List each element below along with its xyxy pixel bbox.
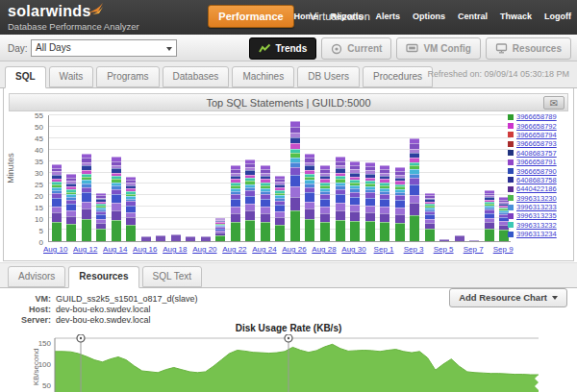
sql-bar[interactable]: [126, 177, 136, 241]
sql-bar[interactable]: [455, 235, 464, 241]
tab-procedures[interactable]: Procedures: [363, 66, 433, 87]
sql-bar[interactable]: [141, 236, 151, 241]
detail-tab-advisors[interactable]: Advisors: [8, 266, 65, 287]
bar-segment: [261, 199, 270, 207]
detail-tab-resources[interactable]: Resources: [68, 266, 138, 288]
bar-segment: [290, 186, 300, 196]
bar-segment: [350, 211, 360, 221]
bar-segment: [290, 197, 300, 211]
trend-line-icon: [259, 43, 271, 54]
bar-segment: [245, 204, 255, 210]
bar-segment: [215, 235, 225, 241]
nav-link-alerts[interactable]: Alerts: [375, 12, 400, 21]
gridline: [49, 137, 511, 138]
sql-bar[interactable]: [245, 159, 255, 241]
sql-bar[interactable]: [82, 154, 91, 241]
y-axis-tick: 40: [14, 146, 43, 155]
legend-item[interactable]: 3966658790: [508, 166, 567, 175]
legend-swatch: [508, 159, 514, 165]
sql-bar[interactable]: [275, 176, 285, 241]
nav-link-central[interactable]: Central: [458, 12, 488, 21]
bar-segment: [156, 235, 165, 241]
y-axis-tick: 10: [14, 215, 43, 224]
legend-item[interactable]: 6408683757: [508, 149, 567, 158]
tab-databases[interactable]: Databases: [163, 66, 230, 87]
bar-segment: [82, 192, 91, 201]
nav-link-logoff[interactable]: Logoff: [544, 12, 571, 21]
sql-bar[interactable]: [66, 174, 76, 241]
tab-machines[interactable]: Machines: [232, 66, 294, 87]
day-select-value: All Days: [36, 42, 71, 53]
legend-item[interactable]: 3966658793: [508, 139, 567, 148]
legend-item[interactable]: 3996313234: [508, 230, 567, 238]
sql-bar[interactable]: [320, 165, 330, 241]
view-button-vm-config[interactable]: VM Config: [396, 37, 480, 60]
sql-bar[interactable]: [469, 240, 479, 241]
tab-sql[interactable]: SQL: [5, 66, 46, 88]
sql-bar[interactable]: [365, 162, 375, 241]
y-axis-tick: 15: [14, 204, 43, 212]
legend-item[interactable]: 3996313232: [508, 221, 567, 230]
nav-link-home[interactable]: Home: [293, 12, 317, 21]
sql-bar[interactable]: [215, 218, 225, 241]
bar-segment: [350, 205, 360, 211]
day-select[interactable]: All Days: [31, 39, 177, 57]
sql-bar[interactable]: [439, 239, 449, 241]
sql-bar[interactable]: [395, 167, 405, 241]
tab-waits[interactable]: Waits: [49, 66, 94, 87]
bar-segment: [395, 223, 405, 241]
nav-link-thwack[interactable]: Thwack: [500, 12, 532, 21]
bar-segment: [305, 202, 314, 209]
sql-bar[interactable]: [231, 165, 240, 241]
info-value: dev-bou-eko.swdev.local: [56, 305, 150, 314]
sql-bar[interactable]: [350, 161, 360, 241]
legend-item[interactable]: 3966658794: [508, 131, 567, 139]
view-button-label: Current: [347, 43, 382, 54]
disk-y-axis-label: KB/second: [32, 349, 40, 386]
performance-button[interactable]: Performance: [208, 5, 294, 28]
sql-bar[interactable]: [52, 164, 62, 241]
sql-bar[interactable]: [112, 157, 121, 241]
legend-item[interactable]: 3996313235: [508, 211, 567, 220]
sql-bar[interactable]: [201, 236, 211, 241]
legend-item[interactable]: 3966658789: [508, 112, 567, 121]
sql-bar[interactable]: [186, 236, 195, 241]
legend-item[interactable]: 3966658791: [508, 158, 567, 166]
add-resource-chart-button[interactable]: Add Resource Chart: [449, 288, 567, 307]
disk-usage-chart[interactable]: 15010050KB/second: [0, 334, 577, 392]
x-axis-date-link[interactable]: Sep 9: [482, 245, 524, 254]
sql-bar[interactable]: [261, 165, 270, 241]
detail-tab-sql-text[interactable]: SQL Text: [142, 266, 203, 287]
legend-item[interactable]: 3996313230: [508, 194, 567, 203]
gridline: [49, 149, 511, 150]
sql-bar[interactable]: [380, 165, 389, 241]
bar-segment: [52, 198, 62, 206]
email-icon[interactable]: ✉: [543, 96, 564, 110]
sql-bar[interactable]: [485, 190, 494, 241]
sql-bar[interactable]: [410, 138, 419, 241]
sql-bar[interactable]: [171, 234, 181, 241]
sql-bar[interactable]: [305, 154, 314, 241]
nav-link-reports[interactable]: Reports: [330, 12, 363, 21]
bar-segment: [320, 213, 330, 222]
nav-link-options[interactable]: Options: [413, 12, 445, 21]
tab-db-users[interactable]: DB Users: [297, 66, 360, 87]
legend-item[interactable]: 3966658792: [508, 121, 567, 130]
sql-bar[interactable]: [336, 157, 345, 241]
chevron-down-icon: [552, 296, 558, 300]
legend-swatch: [508, 168, 514, 174]
view-button-resources[interactable]: Resources: [486, 37, 571, 60]
view-button-trends[interactable]: Trends: [249, 37, 317, 60]
sql-bar[interactable]: [425, 193, 435, 241]
view-button-current[interactable]: Current: [321, 37, 391, 60]
sql-bar[interactable]: [290, 121, 300, 241]
legend-swatch: [508, 132, 514, 137]
legend-item[interactable]: 6408683758: [508, 176, 567, 184]
tab-programs[interactable]: Programs: [96, 66, 159, 87]
legend-item[interactable]: 6440422186: [508, 184, 567, 193]
legend-item[interactable]: 3996313233: [508, 203, 567, 211]
sql-bar[interactable]: [96, 193, 106, 241]
y-axis-tick: 45: [14, 135, 43, 143]
legend-swatch: [508, 232, 514, 237]
sql-bar[interactable]: [156, 235, 165, 241]
